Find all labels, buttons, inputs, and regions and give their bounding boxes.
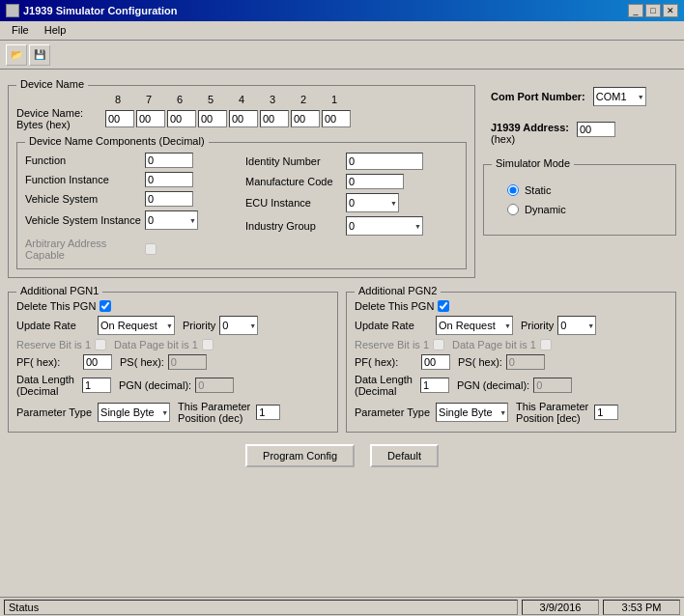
pgn1-pgn-dec-input[interactable] xyxy=(195,378,234,393)
ecu-instance-select[interactable]: 0 1 xyxy=(346,193,399,212)
byte-header-1: 1 xyxy=(320,94,349,105)
pgn2-pgn-dec-input[interactable] xyxy=(533,378,572,393)
simulator-mode-group: Simulator Mode Static Dynamic xyxy=(483,164,676,236)
function-instance-input[interactable] xyxy=(145,172,193,187)
close-button[interactable]: ✕ xyxy=(663,4,678,17)
ecu-instance-label: ECU Instance xyxy=(245,197,342,209)
identity-number-input[interactable] xyxy=(346,153,423,170)
pgn1-priority-label: Priority xyxy=(183,320,215,331)
byte-input-3[interactable] xyxy=(260,110,289,127)
static-radio[interactable] xyxy=(507,184,519,196)
pgn2-reserve-bit-label: Reserve Bit is 1 xyxy=(355,339,429,350)
byte-input-5[interactable] xyxy=(198,110,227,127)
components-group: Device Name Components (Decimal) Functio… xyxy=(16,142,467,269)
pgn2-group: Additional PGN2 Delete This PGN Update R… xyxy=(346,292,676,433)
program-config-button[interactable]: Program Config xyxy=(245,444,355,467)
pgn1-pgn-dec-label: PGN (decimal): xyxy=(119,379,191,391)
pgn2-update-rate-select[interactable]: On Request 1 ms 10 ms 100 ms xyxy=(436,316,513,335)
byte-input-4[interactable] xyxy=(229,110,258,127)
maximize-button[interactable]: □ xyxy=(645,4,661,17)
save-button[interactable]: 💾 xyxy=(29,44,50,66)
j1939-row: J1939 Address: (hex) xyxy=(483,118,676,149)
pgn2-pf-hex-input[interactable] xyxy=(421,354,450,370)
dynamic-radio[interactable] xyxy=(507,204,519,215)
title-text: J1939 Simulator Configuration xyxy=(23,5,178,16)
function-input[interactable] xyxy=(145,153,193,168)
pgn1-data-length-sub: (Decimal xyxy=(16,385,74,397)
pgn2-data-length-label: Data Length xyxy=(355,374,413,385)
pgn2-pf-hex-label: PF( hex): xyxy=(355,356,417,368)
pgn1-update-rate-label: Update Rate xyxy=(16,320,94,331)
com-port-label: Com Port Number: xyxy=(491,91,585,102)
vehicle-system-input[interactable] xyxy=(145,191,193,207)
byte-input-2[interactable] xyxy=(291,110,320,127)
pgn1-update-rate-select[interactable]: On Request 1 ms 10 ms 100 ms xyxy=(98,316,175,335)
default-button[interactable]: Default xyxy=(370,444,439,467)
open-button[interactable]: 📂 xyxy=(6,44,27,66)
pgn1-data-page-label: Data Page bit is 1 xyxy=(114,339,198,350)
com-port-row: Com Port Number: COM1 COM2 COM3 COM4 xyxy=(483,77,676,110)
status-date: 3/9/2016 xyxy=(540,602,582,613)
byte-input-7[interactable] xyxy=(136,110,165,127)
pgn1-data-length-input[interactable] xyxy=(82,378,111,393)
j1939-address-input[interactable] xyxy=(577,122,615,137)
pgn1-legend: Additional PGN1 xyxy=(16,285,102,296)
com-port-select[interactable]: COM1 COM2 COM3 COM4 xyxy=(593,87,646,106)
pgn2-reserve-bit-checkbox[interactable] xyxy=(433,339,444,350)
pgn2-ps-hex-input[interactable] xyxy=(506,354,545,370)
dynamic-label: Dynamic xyxy=(525,204,566,215)
byte-header-6: 6 xyxy=(165,94,194,105)
pgn2-legend: Additional PGN2 xyxy=(355,285,441,296)
status-bar: Status 3/9/2016 3:53 PM xyxy=(0,597,684,616)
toolbar: 📂 💾 xyxy=(0,41,684,70)
main-content: Device Name 8 7 6 5 4 3 2 1 Device Name: xyxy=(0,70,684,481)
function-instance-label: Function Instance xyxy=(25,174,141,185)
pgn2-delete-label: Delete This PGN xyxy=(355,300,434,312)
industry-group-select[interactable]: 0 1 xyxy=(346,216,423,236)
components-legend: Device Name Components (Decimal) xyxy=(25,135,209,147)
vehicle-system-instance-select[interactable]: 0 1 xyxy=(145,210,198,230)
device-name-group: Device Name 8 7 6 5 4 3 2 1 Device Name: xyxy=(8,85,475,278)
pgn1-param-position-input[interactable] xyxy=(256,405,280,420)
menu-bar: File Help xyxy=(0,21,684,41)
pgn2-param-position-sub: Position [dec) xyxy=(516,412,581,424)
pgn2-priority-label: Priority xyxy=(521,320,554,331)
simulator-mode-legend: Simulator Mode xyxy=(492,157,574,169)
pgn1-priority-select[interactable]: 0 1 xyxy=(219,316,258,335)
j1939-label: J1939 Address: xyxy=(491,122,569,133)
pgn1-data-page-checkbox[interactable] xyxy=(202,339,214,350)
pgn1-ps-hex-input[interactable] xyxy=(168,354,207,370)
pgn2-data-length-sub: (Decimal xyxy=(355,385,413,397)
byte-header-7: 7 xyxy=(134,94,163,105)
pgn2-ps-hex-label: PS( hex): xyxy=(458,356,502,368)
pgn2-priority-select[interactable]: 0 1 xyxy=(557,316,596,335)
pgn1-pf-hex-input[interactable] xyxy=(83,354,112,370)
pgn2-data-length-input[interactable] xyxy=(420,378,449,393)
pgn1-reserve-bit-checkbox[interactable] xyxy=(95,339,106,350)
pgn2-data-page-checkbox[interactable] xyxy=(540,339,552,350)
menu-file[interactable]: File xyxy=(4,23,37,38)
pgn1-pf-hex-label: PF( hex): xyxy=(16,356,79,368)
pgn1-data-length-label: Data Length xyxy=(16,374,74,385)
static-label: Static xyxy=(525,184,552,196)
pgn1-delete-checkbox[interactable] xyxy=(100,300,111,312)
byte-header-8: 8 xyxy=(103,94,132,105)
pgn2-param-type-select[interactable]: Single Byte Two Byte Four Byte xyxy=(436,403,508,422)
byte-input-1[interactable] xyxy=(322,110,351,127)
pgn1-ps-hex-label: PS( hex): xyxy=(120,356,164,368)
arbitrary-checkbox[interactable] xyxy=(145,243,157,255)
minimize-button[interactable]: _ xyxy=(628,4,643,17)
arbitrary-label: Arbitrary Address Capable xyxy=(25,238,141,261)
pgn1-param-type-select[interactable]: Single Byte Two Byte Four Byte xyxy=(98,403,170,422)
device-name-label: Device Name: xyxy=(16,107,103,119)
title-bar: J1939 Simulator Configuration _ □ ✕ xyxy=(0,0,684,21)
bytes-hex-label: Bytes (hex) xyxy=(16,119,103,130)
pgn2-param-position-input[interactable] xyxy=(594,405,618,420)
vehicle-system-instance-label: Vehicle System Instance xyxy=(25,214,141,226)
pgn2-param-type-label: Parameter Type xyxy=(355,406,430,418)
byte-input-6[interactable] xyxy=(167,110,196,127)
pgn2-delete-checkbox[interactable] xyxy=(438,300,449,312)
menu-help[interactable]: Help xyxy=(37,23,74,38)
byte-input-8[interactable] xyxy=(105,110,134,127)
manufacture-code-input[interactable] xyxy=(346,174,404,189)
